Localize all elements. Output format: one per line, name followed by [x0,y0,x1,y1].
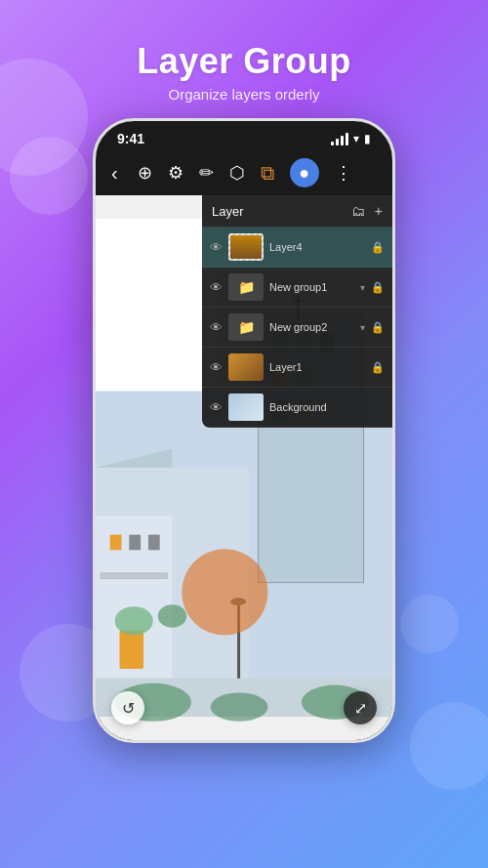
layer-thumb-layer1 [228,353,264,381]
eraser-tool-button[interactable]: ⬡ [229,162,245,184]
layer-thumb-newgroup2: 📁 [228,313,264,341]
expand-button[interactable]: ⤢ [344,691,377,724]
layer-row-newgroup1[interactable]: 👁 📁 New group1 ▾ 🔒 [202,268,392,308]
canvas-area: Layer 🗂 + 👁 Layer4 🔒 [96,195,392,740]
lock-icon-layer1[interactable]: 🔒 [371,361,385,374]
color-tool-button[interactable]: ● [290,158,319,187]
layer-name-layer1: Layer1 [269,361,365,373]
header: Layer Group Organize layers orderly [137,0,351,103]
signal-bar-3 [341,136,344,145]
svg-point-23 [211,692,268,721]
svg-rect-17 [101,573,168,579]
chevron-icon-newgroup2[interactable]: ▾ [360,322,365,333]
back-button[interactable]: ‹ [111,162,118,185]
visibility-icon-newgroup1[interactable]: 👁 [210,280,223,295]
decorative-blob-5 [410,702,488,790]
layer-panel-title: Layer [212,204,244,219]
pen-tool-button[interactable]: ✏ [199,162,214,184]
decorative-blob-1 [0,59,88,176]
svg-point-19 [115,606,153,635]
chevron-icon-newgroup1[interactable]: ▾ [360,282,365,293]
status-icons: ▾ ▮ [331,132,371,145]
layer-row-background[interactable]: 👁 Background [202,388,392,428]
layer-thumb-newgroup1: 📁 [228,273,264,301]
signal-bar-1 [331,142,334,145]
visibility-icon-background[interactable]: 👁 [210,400,223,415]
wifi-icon: ▾ [353,132,359,145]
lock-icon-layer4[interactable]: 🔒 [371,241,385,254]
phone-frame: 9:41 ▾ ▮ ‹ ⊕ ⚙ ✏ ⬡ ⧉ ● ⋮ [93,118,395,743]
signal-bars-icon [331,133,348,145]
layer-row-newgroup2[interactable]: 👁 📁 New group2 ▾ 🔒 [202,308,392,348]
layer-name-background: Background [269,401,385,413]
visibility-icon-newgroup2[interactable]: 👁 [210,320,223,335]
decorative-blob-2 [10,137,88,215]
status-bar: 9:41 ▾ ▮ [96,121,392,150]
svg-point-20 [158,604,186,628]
svg-rect-18 [120,631,144,669]
add-folder-button[interactable]: 🗂 [351,203,365,219]
visibility-icon-layer4[interactable]: 👁 [210,240,223,255]
layer-row-layer4[interactable]: 👁 Layer4 🔒 [202,227,392,268]
page-subtitle: Organize layers orderly [137,86,351,103]
layer-thumb-layer4 [228,233,264,261]
svg-point-29 [182,549,267,635]
status-time: 9:41 [117,131,144,146]
svg-rect-16 [148,535,160,551]
battery-icon: ▮ [364,132,371,145]
layer-name-layer4: Layer4 [269,241,365,253]
visibility-icon-layer1[interactable]: 👁 [210,360,223,375]
toolbar: ‹ ⊕ ⚙ ✏ ⬡ ⧉ ● ⋮ [96,150,392,195]
more-tool-button[interactable]: ⋮ [335,162,352,184]
layer-panel: Layer 🗂 + 👁 Layer4 🔒 [202,195,392,428]
lock-icon-newgroup1[interactable]: 🔒 [371,281,385,294]
undo-button[interactable]: ↺ [111,691,144,724]
page-title: Layer Group [137,41,351,82]
decorative-blob-4 [400,595,459,653]
layer-thumb-background [228,393,264,421]
signal-bar-4 [346,133,348,145]
add-tool-button[interactable]: ⊕ [138,162,152,184]
layer-row-layer1[interactable]: 👁 Layer1 🔒 [202,348,392,388]
svg-rect-15 [129,535,141,551]
phone-screen: 9:41 ▾ ▮ ‹ ⊕ ⚙ ✏ ⬡ ⧉ ● ⋮ [96,121,392,740]
layer-panel-actions: 🗂 + [351,203,383,219]
layer-panel-header: Layer 🗂 + [202,195,392,227]
add-layer-button[interactable]: + [375,203,383,219]
svg-rect-14 [110,535,122,551]
layer-name-newgroup2: New group2 [269,321,354,333]
lock-icon-newgroup2[interactable]: 🔒 [371,321,385,334]
settings-tool-button[interactable]: ⚙ [168,162,183,184]
layer-tool-button[interactable]: ⧉ [261,162,274,185]
signal-bar-2 [336,139,339,145]
layer-name-newgroup1: New group1 [269,281,354,293]
